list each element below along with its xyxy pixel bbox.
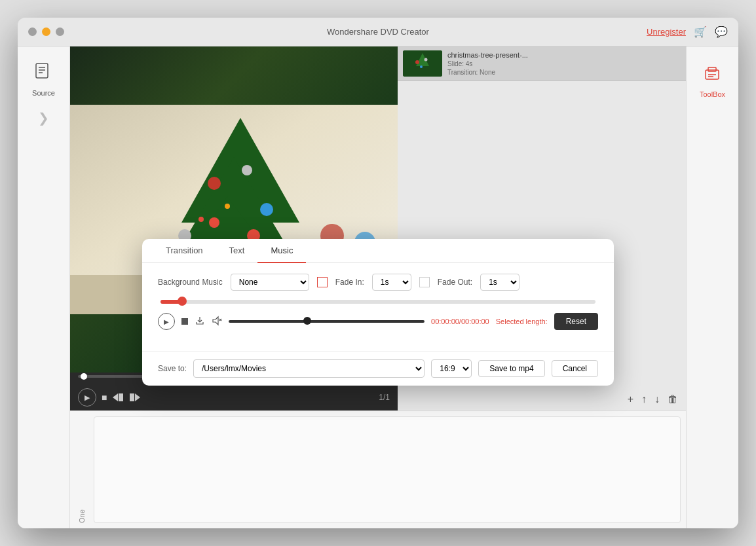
- workspace-panel: [94, 416, 681, 523]
- svg-point-20: [225, 204, 230, 209]
- play-button[interactable]: ▶: [78, 388, 96, 407]
- save-path-select[interactable]: /Users/lmx/Movies: [193, 359, 425, 378]
- sidebar-item-source[interactable]: Source: [27, 57, 60, 102]
- video-controls: ▶ ■ 1/1: [70, 384, 398, 410]
- cart-icon[interactable]: 🛒: [694, 26, 707, 38]
- svg-point-10: [208, 177, 221, 190]
- add-slide-button[interactable]: +: [628, 393, 633, 405]
- svg-rect-0: [36, 64, 48, 78]
- selected-length-label: Selected length:: [496, 318, 548, 325]
- page-indicator: 1/1: [379, 393, 390, 402]
- workspace-label: One: [70, 411, 94, 528]
- tab-text[interactable]: Text: [216, 239, 258, 263]
- svg-rect-47: [708, 67, 716, 71]
- playback-stop-button[interactable]: [181, 318, 188, 325]
- fade-out-label: Fade Out:: [438, 278, 472, 287]
- thumbnail-info: christmas-tree-present-... Slide: 4s Tra…: [447, 51, 681, 76]
- volume-slider[interactable]: [161, 300, 595, 304]
- dialog-footer: Save to: /Users/lmx/Movies 16:9 4:3 Save…: [142, 351, 614, 386]
- tab-music[interactable]: Music: [257, 239, 306, 263]
- progress-indicator: [81, 373, 87, 380]
- stop-button[interactable]: ■: [102, 392, 107, 403]
- delete-slide-button[interactable]: 🗑: [668, 393, 678, 405]
- mute-button[interactable]: [212, 316, 222, 328]
- music-dialog: Transition Text Music Background Music N…: [142, 239, 614, 386]
- svg-rect-38: [119, 393, 123, 401]
- music-controls-row: Background Music None Fade In: 1s 2s 3s …: [158, 274, 598, 291]
- volume-row: [158, 300, 598, 304]
- time-display: 00:00:00/00:00:00: [431, 318, 489, 325]
- svg-marker-39: [135, 393, 140, 401]
- playback-thumb: [303, 317, 311, 325]
- message-icon[interactable]: 💬: [715, 26, 728, 38]
- svg-point-44: [425, 58, 428, 62]
- sidebar: Source ❯: [18, 46, 70, 528]
- toolbox-icon: [702, 62, 723, 88]
- playback-play-button[interactable]: ▶: [158, 313, 175, 330]
- source-icon: [33, 62, 53, 86]
- save-to-label: Save to:: [158, 364, 187, 373]
- fade-out-checkbox[interactable]: [419, 277, 430, 287]
- tab-bar: Transition Text Music: [142, 239, 614, 263]
- background-music-select[interactable]: None: [231, 274, 309, 291]
- svg-point-43: [415, 60, 419, 64]
- playback-slider[interactable]: [229, 320, 425, 323]
- prev-frame-button[interactable]: [112, 392, 124, 403]
- thumbnail-slide: Slide: 4s: [447, 60, 681, 67]
- thumbnail-image: [403, 50, 442, 77]
- thumbnail-transition: Transition: None: [447, 69, 681, 76]
- background-music-label: Background Music: [158, 278, 223, 287]
- svg-point-45: [420, 65, 423, 68]
- svg-point-14: [209, 217, 219, 228]
- controls-row: ▶ ■ 1/1: [78, 388, 390, 407]
- svg-marker-37: [113, 393, 118, 401]
- svg-point-11: [242, 165, 252, 175]
- thumbnail-item[interactable]: christmas-tree-present-... Slide: 4s Tra…: [398, 46, 686, 81]
- svg-point-12: [260, 203, 273, 216]
- source-label: Source: [32, 89, 55, 97]
- fade-in-label: Fade In:: [335, 278, 364, 287]
- export-button[interactable]: [195, 316, 205, 328]
- unregister-link[interactable]: Unregister: [647, 27, 686, 37]
- close-button[interactable]: [28, 27, 37, 36]
- music-tab-content: Background Music None Fade In: 1s 2s 3s …: [142, 263, 614, 351]
- toolbox-sidebar: ToolBox: [686, 46, 738, 528]
- reset-button[interactable]: Reset: [554, 313, 598, 330]
- fade-in-select[interactable]: 1s 2s 3s: [372, 274, 411, 291]
- titlebar-actions: Unregister 🛒 💬: [647, 26, 728, 38]
- volume-thumb: [178, 297, 187, 306]
- toolbox-item[interactable]: ToolBox: [694, 57, 730, 103]
- fade-out-select[interactable]: 1s 2s 3s: [480, 274, 520, 291]
- workspace-row: One: [70, 410, 686, 528]
- fade-in-checkbox[interactable]: [317, 277, 328, 287]
- cancel-button[interactable]: Cancel: [552, 360, 598, 377]
- next-frame-button[interactable]: [129, 392, 141, 403]
- svg-marker-51: [213, 317, 218, 325]
- sidebar-arrow: ❯: [38, 110, 49, 126]
- titlebar: Wondershare DVD Creator Unregister 🛒 💬: [18, 18, 738, 46]
- minimize-button[interactable]: [42, 27, 50, 36]
- aspect-ratio-select[interactable]: 16:9 4:3: [431, 359, 472, 378]
- maximize-button[interactable]: [56, 27, 64, 36]
- thumbnail-actions: + ↑ ↓ 🗑: [398, 388, 686, 410]
- svg-point-21: [198, 217, 204, 222]
- playback-row: ▶ 00:00:00/00:00:00 Selected length: Res…: [158, 313, 598, 330]
- svg-rect-40: [130, 393, 134, 401]
- move-up-button[interactable]: ↑: [641, 393, 647, 405]
- save-to-mp4-button[interactable]: Save to mp4: [478, 360, 544, 377]
- window-title: Wondershare DVD Creator: [327, 27, 429, 37]
- thumbnail-title: christmas-tree-present-...: [447, 51, 681, 59]
- move-down-button[interactable]: ↓: [654, 393, 660, 405]
- window-controls: [28, 27, 64, 36]
- tab-transition[interactable]: Transition: [153, 239, 216, 263]
- toolbox-label: ToolBox: [700, 90, 725, 98]
